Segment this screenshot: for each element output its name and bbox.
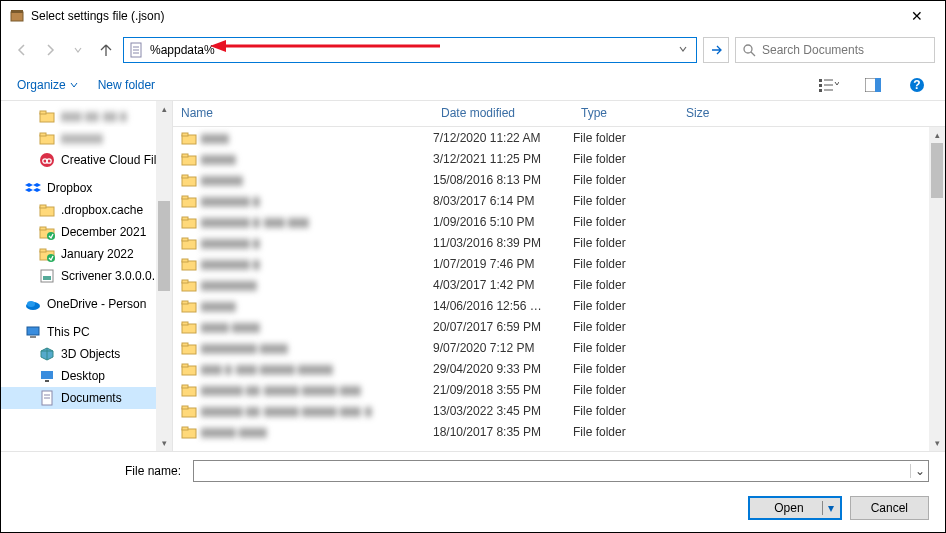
scroll-thumb[interactable] xyxy=(931,143,943,198)
svg-rect-42 xyxy=(45,380,49,382)
list-scrollbar[interactable]: ▴ ▾ xyxy=(929,127,945,451)
tree-label: Documents xyxy=(61,391,122,405)
sidebar-item[interactable]: January 2022 xyxy=(1,243,172,265)
file-type: File folder xyxy=(573,194,678,208)
svg-rect-59 xyxy=(182,259,188,262)
table-row[interactable]: ▮▮▮▮▮▮▮ ▮1/07/2019 7:46 PMFile folder xyxy=(173,253,945,274)
table-row[interactable]: ▮▮▮▮▮▮▮▮4/03/2017 1:42 PMFile folder xyxy=(173,274,945,295)
table-row[interactable]: ▮▮▮▮ ▮▮▮▮20/07/2017 6:59 PMFile folder xyxy=(173,316,945,337)
svg-rect-33 xyxy=(40,249,46,252)
table-row[interactable]: ▮▮▮▮▮ ▮▮▮▮18/10/2017 8:35 PMFile folder xyxy=(173,421,945,442)
table-row[interactable]: ▮▮▮▮▮14/06/2016 12:56 …File folder xyxy=(173,295,945,316)
scroll-down-icon[interactable]: ▾ xyxy=(156,435,172,451)
svg-rect-57 xyxy=(182,238,188,241)
tree-label: Creative Cloud Fil xyxy=(61,153,156,167)
filename-combo[interactable]: ⌄ xyxy=(193,460,929,482)
svg-rect-0 xyxy=(11,12,23,21)
sidebar-item[interactable]: Scrivener 3.0.0.0. xyxy=(1,265,172,287)
new-folder-button[interactable]: New folder xyxy=(98,78,155,92)
file-type: File folder xyxy=(573,320,678,334)
sidebar: ▮▮▮ ▮▮ ▮▮ ▮▮▮▮▮▮▮Creative Cloud FilDropb… xyxy=(1,101,173,451)
close-button[interactable]: ✕ xyxy=(897,8,937,24)
scroll-down-icon[interactable]: ▾ xyxy=(929,435,945,451)
tree-label: ▮▮▮▮▮▮ xyxy=(61,131,103,145)
file-name: ▮▮▮▮▮▮▮ ▮ ▮▮▮ ▮▮▮ xyxy=(201,215,309,229)
table-row[interactable]: ▮▮▮▮▮▮ ▮▮ ▮▮▮▮▮ ▮▮▮▮▮ ▮▮▮21/09/2018 3:55… xyxy=(173,379,945,400)
preview-pane-button[interactable] xyxy=(861,73,885,97)
table-row[interactable]: ▮▮▮▮7/12/2020 11:22 AMFile folder xyxy=(173,127,945,148)
go-button[interactable] xyxy=(703,37,729,63)
file-date: 13/03/2022 3:45 PM xyxy=(433,404,573,418)
sidebar-item[interactable]: Dropbox xyxy=(1,177,172,199)
file-date: 11/03/2016 8:39 PM xyxy=(433,236,573,250)
file-date: 8/03/2017 6:14 PM xyxy=(433,194,573,208)
scroll-up-icon[interactable]: ▴ xyxy=(929,127,945,143)
file-type: File folder xyxy=(573,131,678,145)
table-row[interactable]: ▮▮▮▮▮▮▮ ▮ ▮▮▮ ▮▮▮1/09/2016 5:10 PMFile f… xyxy=(173,211,945,232)
table-row[interactable]: ▮▮▮ ▮ ▮▮▮ ▮▮▮▮▮ ▮▮▮▮▮29/04/2020 9:33 PMF… xyxy=(173,358,945,379)
tree-label: January 2022 xyxy=(61,247,134,261)
file-date: 15/08/2016 8:13 PM xyxy=(433,173,573,187)
address-dropdown-icon[interactable] xyxy=(674,43,692,57)
sidebar-item[interactable]: .dropbox.cache xyxy=(1,199,172,221)
open-button[interactable]: Open▾ xyxy=(748,496,841,520)
column-date[interactable]: Date modified xyxy=(433,101,573,126)
table-row[interactable]: ▮▮▮▮▮▮▮ ▮11/03/2016 8:39 PMFile folder xyxy=(173,232,945,253)
svg-rect-41 xyxy=(41,371,53,379)
scroll-thumb[interactable] xyxy=(158,201,170,291)
column-type[interactable]: Type xyxy=(573,101,678,126)
table-row[interactable]: ▮▮▮▮▮▮ ▮▮ ▮▮▮▮▮ ▮▮▮▮▮ ▮▮▮ ▮13/03/2022 3:… xyxy=(173,400,945,421)
recent-dropdown[interactable] xyxy=(67,39,89,61)
titlebar: Select settings file (.json) ✕ xyxy=(1,1,945,31)
cancel-button[interactable]: Cancel xyxy=(850,496,929,520)
search-box[interactable]: Search Documents xyxy=(735,37,935,63)
open-dropdown-icon[interactable]: ▾ xyxy=(822,501,840,515)
sidebar-item[interactable]: This PC xyxy=(1,321,172,343)
help-button[interactable]: ? xyxy=(905,73,929,97)
back-button[interactable] xyxy=(11,39,33,61)
sidebar-item[interactable]: Documents xyxy=(1,387,172,409)
svg-rect-67 xyxy=(182,343,188,346)
organize-button[interactable]: Organize xyxy=(17,78,78,92)
sidebar-item[interactable]: ▮▮▮▮▮▮ xyxy=(1,127,172,149)
table-row[interactable]: ▮▮▮▮▮▮15/08/2016 8:13 PMFile folder xyxy=(173,169,945,190)
address-input[interactable] xyxy=(150,43,674,57)
table-row[interactable]: ▮▮▮▮▮3/12/2021 11:25 PMFile folder xyxy=(173,148,945,169)
file-type: File folder xyxy=(573,383,678,397)
file-date: 7/12/2020 11:22 AM xyxy=(433,131,573,145)
sidebar-item[interactable]: Desktop xyxy=(1,365,172,387)
filename-label: File name: xyxy=(17,464,187,478)
svg-rect-10 xyxy=(819,79,822,82)
sidebar-item[interactable]: ▮▮▮ ▮▮ ▮▮ ▮ xyxy=(1,105,172,127)
sidebar-scrollbar[interactable]: ▴ ▾ xyxy=(156,101,172,451)
sidebar-item[interactable]: 3D Objects xyxy=(1,343,172,365)
sidebar-item[interactable]: OneDrive - Person xyxy=(1,293,172,315)
file-date: 18/10/2017 8:35 PM xyxy=(433,425,573,439)
file-date: 4/03/2017 1:42 PM xyxy=(433,278,573,292)
up-button[interactable] xyxy=(95,39,117,61)
column-headers: Name Date modified Type Size xyxy=(173,101,945,127)
svg-rect-51 xyxy=(182,175,188,178)
tree-label: Scrivener 3.0.0.0. xyxy=(61,269,155,283)
file-type: File folder xyxy=(573,173,678,187)
sidebar-item[interactable]: December 2021 xyxy=(1,221,172,243)
file-type: File folder xyxy=(573,215,678,229)
table-row[interactable]: ▮▮▮▮▮▮▮▮ ▮▮▮▮9/07/2020 7:12 PMFile folde… xyxy=(173,337,945,358)
file-date: 1/09/2016 5:10 PM xyxy=(433,215,573,229)
chevron-down-icon[interactable]: ⌄ xyxy=(910,464,928,478)
column-name[interactable]: Name xyxy=(173,101,433,126)
forward-button[interactable] xyxy=(39,39,61,61)
tree-label: 3D Objects xyxy=(61,347,120,361)
scroll-up-icon[interactable]: ▴ xyxy=(156,101,172,117)
svg-rect-40 xyxy=(30,336,36,338)
address-bar[interactable] xyxy=(123,37,697,63)
button-row: Open▾ Cancel xyxy=(17,496,929,520)
column-size[interactable]: Size xyxy=(678,101,758,126)
file-date: 3/12/2021 11:25 PM xyxy=(433,152,573,166)
table-row[interactable]: ▮▮▮▮▮▮▮ ▮8/03/2017 6:14 PMFile folder xyxy=(173,190,945,211)
view-options-button[interactable] xyxy=(817,73,841,97)
svg-rect-61 xyxy=(182,280,188,283)
sidebar-item[interactable]: Creative Cloud Fil xyxy=(1,149,172,171)
chevron-down-icon xyxy=(70,81,78,89)
toolbar: Organize New folder ? xyxy=(1,69,945,101)
